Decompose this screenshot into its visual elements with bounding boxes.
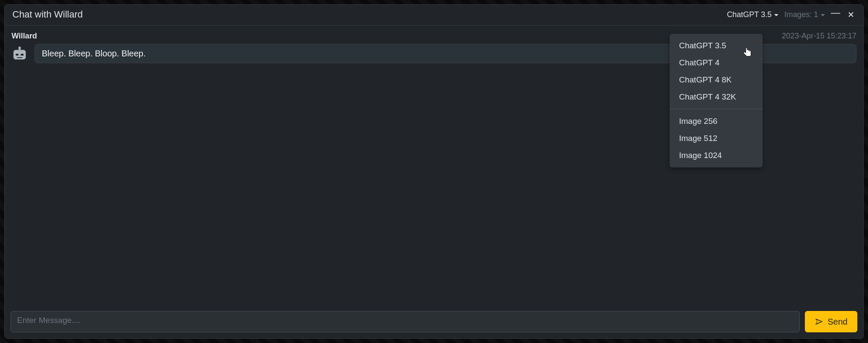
message-sender: Willard (12, 32, 37, 41)
dropdown-item[interactable]: Image 512 (670, 130, 763, 147)
model-dropdown-menu: ChatGPT 3.5 ChatGPT 4 ChatGPT 4 8K ChatG… (670, 34, 763, 167)
title-bar: Chat with Willard ChatGPT 3.5 Images: 1 … (5, 5, 863, 26)
dropdown-item[interactable]: ChatGPT 4 (670, 54, 763, 71)
robot-avatar-icon (11, 45, 29, 63)
send-button-label: Send (827, 317, 848, 327)
svg-rect-4 (16, 54, 19, 56)
chevron-down-icon (821, 14, 825, 16)
dropdown-item[interactable]: Image 1024 (670, 147, 763, 164)
paper-plane-icon (815, 317, 823, 326)
close-icon (848, 11, 854, 18)
images-select-label: Images: 1 (784, 10, 818, 19)
window-title: Chat with Willard (12, 9, 83, 20)
send-button[interactable]: Send (805, 311, 857, 332)
dropdown-item[interactable]: ChatGPT 4 32K (670, 88, 763, 106)
message-timestamp: 2023-Apr-15 15:23:17 (782, 32, 856, 41)
svg-rect-3 (18, 46, 20, 50)
svg-rect-5 (21, 54, 24, 56)
model-select-dropdown[interactable]: ChatGPT 3.5 (727, 10, 778, 19)
composer: Send (5, 305, 863, 338)
message-input[interactable] (11, 311, 800, 332)
model-select-label: ChatGPT 3.5 (727, 10, 772, 19)
chat-window: Chat with Willard ChatGPT 3.5 Images: 1 … (4, 4, 864, 339)
title-bar-controls: ChatGPT 3.5 Images: 1 — (727, 10, 856, 19)
dropdown-item[interactable]: Image 256 (670, 113, 763, 130)
dropdown-item[interactable]: ChatGPT 4 8K (670, 71, 763, 88)
dropdown-divider (670, 109, 763, 109)
chevron-down-icon (774, 14, 778, 16)
close-button[interactable] (846, 11, 856, 18)
dropdown-item[interactable]: ChatGPT 3.5 (670, 37, 763, 54)
images-select-dropdown[interactable]: Images: 1 (784, 10, 825, 19)
svg-rect-6 (17, 57, 22, 58)
